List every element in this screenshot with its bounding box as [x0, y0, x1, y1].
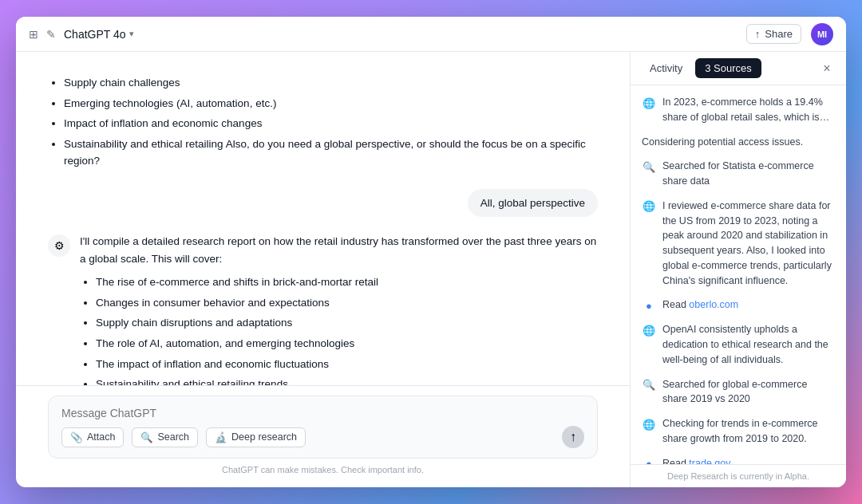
sidebar-item-text-4: Read oberlo.com [662, 297, 738, 313]
globe-icon-0: 🌐 [642, 96, 656, 110]
sidebar-item-0: 🌐 In 2023, e-commerce holds a 19.4% shar… [642, 95, 835, 125]
avatar-initials: MI [817, 30, 827, 39]
sidebar-item-7: 🌐 Checking for trends in e-commerce shar… [642, 416, 835, 447]
send-button[interactable]: ↑ [562, 426, 584, 448]
trade-gov-link[interactable]: trade.gov [689, 458, 730, 465]
attach-label: Attach [87, 431, 115, 443]
close-icon: × [823, 61, 830, 76]
sidebar-item-text-6: Searched for global e-commerce share 201… [662, 377, 835, 408]
list-item: The impact of inflation and economic flu… [96, 356, 598, 373]
list-item: Impact of inflation and economic changes [64, 115, 598, 132]
list-item: Supply chain challenges [64, 74, 598, 92]
message-input[interactable] [61, 407, 584, 419]
titlebar-left: ⊞ ✎ ChatGPT 4o ▾ [29, 28, 134, 41]
circle-blue-icon-8: ● [642, 457, 656, 465]
deep-research-button[interactable]: 🔬 Deep research [206, 427, 306, 447]
sidebar-tabs: Activity 3 Sources × [631, 52, 846, 85]
sidebar-item-text-5: OpenAI consistently upholds a dedication… [662, 322, 835, 367]
assistant-message-bullets: Supply chain challenges Emerging technol… [48, 68, 598, 176]
input-area: 📎 Attach 🔍 Search 🔬 Deep research ↑ [16, 385, 630, 487]
sidebar-item-2: 🔍 Searched for Statista e-commerce share… [642, 159, 835, 189]
user-message-text: All, global perspective [480, 197, 585, 209]
attach-icon: 📎 [70, 431, 83, 443]
assistant-main-content: I'll compile a detailed research report … [80, 233, 598, 385]
app-window: ⊞ ✎ ChatGPT 4o ▾ ↑ Share MI [16, 17, 846, 487]
titlebar: ⊞ ✎ ChatGPT 4o ▾ ↑ Share MI [16, 17, 846, 52]
sidebar-item-8: ● Read trade.gov [642, 456, 835, 465]
chat-messages: Supply chain challenges Emerging technol… [16, 52, 630, 385]
sidebar-item-5: 🌐 OpenAI consistently upholds a dedicati… [642, 322, 835, 367]
share-button[interactable]: ↑ Share [746, 24, 801, 44]
assistant-bullets-content: Supply chain challenges Emerging technol… [48, 68, 598, 176]
content-area: Supply chain challenges Emerging technol… [16, 52, 846, 487]
list-item: The rise of e-commerce and shifts in bri… [96, 274, 598, 291]
search-icon-6: 🔍 [642, 378, 656, 392]
globe-icon-3: 🌐 [642, 199, 656, 214]
avatar[interactable]: MI [811, 23, 833, 45]
deep-research-icon: 🔬 [215, 431, 227, 443]
sidebar-toggle-icon[interactable]: ⊞ [29, 28, 38, 41]
send-icon: ↑ [570, 430, 576, 444]
globe-icon-7: 🌐 [642, 417, 656, 431]
search-label: Search [157, 431, 189, 443]
assistant-message-main: ⚙ I'll compile a detailed research repor… [48, 233, 598, 385]
assistant-avatar-icon: ⚙ [48, 234, 70, 257]
list-item: The role of AI, automation, and emerging… [96, 335, 598, 352]
sidebar-footer-text: Deep Research is currently in Alpha. [667, 471, 809, 481]
list-item: Supply chain disruptions and adaptations [96, 314, 598, 332]
titlebar-right: ↑ Share MI [746, 23, 833, 45]
sidebar-footer: Deep Research is currently in Alpha. [631, 464, 846, 487]
assistant-bullet-list: The rise of e-commerce and shifts in bri… [80, 274, 598, 385]
circle-blue-icon-4: ● [642, 298, 656, 313]
sidebar-item-text-3: I reviewed e-commerce share data for the… [662, 199, 835, 289]
tab-activity-label: Activity [650, 62, 682, 74]
sidebar-item-3: 🌐 I reviewed e-commerce share data for t… [642, 199, 835, 289]
share-icon: ↑ [755, 28, 761, 40]
sidebar-item-text-7: Checking for trends in e-commerce share … [662, 416, 835, 447]
input-actions: 📎 Attach 🔍 Search 🔬 Deep research ↑ [61, 426, 584, 448]
share-label: Share [765, 28, 793, 40]
edit-icon[interactable]: ✎ [46, 28, 56, 41]
assistant-intro: I'll compile a detailed research report … [80, 233, 598, 267]
tab-sources[interactable]: 3 Sources [695, 58, 761, 78]
sidebar-item-6: 🔍 Searched for global e-commerce share 2… [642, 377, 835, 408]
user-message: All, global perspective [48, 189, 598, 217]
sidebar-item-4: ● Read oberlo.com [642, 297, 835, 313]
tab-sources-label: 3 Sources [705, 62, 752, 74]
list-item: Sustainability and ethical retailing Als… [64, 136, 598, 170]
sidebar-item-text-8: Read trade.gov [662, 456, 730, 465]
list-item: Emerging technologies (AI, automation, e… [64, 95, 598, 112]
title-chevron-icon: ▾ [129, 29, 134, 39]
list-item: Changes in consumer behavior and expecta… [96, 294, 598, 312]
tab-activity[interactable]: Activity [640, 58, 692, 78]
search-icon: 🔍 [140, 431, 153, 443]
globe-icon-5: 🌐 [642, 323, 656, 337]
search-icon-2: 🔍 [642, 159, 656, 174]
close-sidebar-button[interactable]: × [817, 59, 836, 78]
app-title[interactable]: ChatGPT 4o ▾ [64, 28, 134, 41]
sidebar-item-1: Considering potential access issues. [642, 135, 835, 150]
list-item: Sustainability and ethical retailing tre… [96, 376, 598, 385]
attach-button[interactable]: 📎 Attach [61, 427, 124, 447]
search-button[interactable]: 🔍 Search [132, 427, 198, 447]
sidebar-item-text-1: Considering potential access issues. [642, 135, 803, 150]
input-box: 📎 Attach 🔍 Search 🔬 Deep research ↑ [48, 396, 598, 459]
app-name-label: ChatGPT 4o [64, 28, 126, 41]
sidebar: Activity 3 Sources × 🌐 In 2023, e-commer… [631, 52, 846, 487]
sidebar-content: 🌐 In 2023, e-commerce holds a 19.4% shar… [631, 85, 846, 464]
chat-area: Supply chain challenges Emerging technol… [16, 52, 631, 487]
deep-research-label: Deep research [231, 431, 297, 443]
oberlo-link[interactable]: oberlo.com [689, 299, 738, 310]
disclaimer-text: ChatGPT can make mistakes. Check importa… [48, 465, 598, 474]
pre-user-bullet-list: Supply chain challenges Emerging technol… [48, 74, 598, 170]
sidebar-item-text-0: In 2023, e-commerce holds a 19.4% share … [662, 95, 835, 125]
user-bubble: All, global perspective [468, 189, 598, 217]
sidebar-item-text-2: Searched for Statista e-commerce share d… [662, 159, 835, 189]
